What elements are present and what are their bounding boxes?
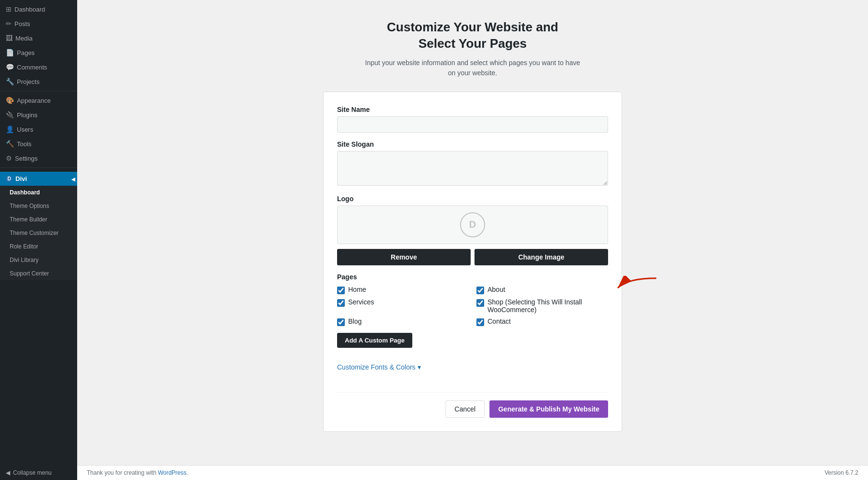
logo-label: Logo [337, 195, 608, 203]
site-slogan-group: Site Slogan [337, 140, 608, 187]
chevron-down-icon: ▾ [418, 363, 421, 371]
page-title: Customize Your Website and Select Your P… [387, 19, 558, 52]
logo-buttons: Remove Change Image [337, 249, 608, 265]
divi-submenu-role-editor[interactable]: Role Editor [0, 240, 77, 253]
divi-submenu-theme-options[interactable]: Theme Options [0, 199, 77, 213]
divi-section: D Divi ◀ Dashboard Theme Options Theme B… [0, 172, 77, 280]
sidebar-item-media[interactable]: 🖼 Media [0, 31, 77, 45]
plugins-icon: 🔌 [6, 111, 14, 119]
media-icon: 🖼 [6, 34, 13, 42]
sidebar-item-projects[interactable]: 🔧 Projects [0, 74, 77, 89]
divi-submenu-support-center[interactable]: Support Center [0, 267, 77, 280]
checkbox-blog[interactable] [337, 318, 345, 326]
page-checkbox-blog[interactable]: Blog [337, 317, 469, 326]
sidebar-item-pages[interactable]: 📄 Pages [0, 45, 77, 60]
logo-preview: D [337, 206, 608, 244]
logo-circle: D [460, 212, 485, 237]
divi-submenu-divi-library[interactable]: Divi Library [0, 253, 77, 267]
checkbox-shop[interactable] [476, 299, 484, 307]
main-content: Customize Your Website and Select Your P… [77, 0, 868, 480]
bottom-bar-left: Thank you for creating with WordPress. [87, 469, 188, 476]
checkbox-home[interactable] [337, 287, 345, 294]
page-checkbox-shop[interactable]: Shop (Selecting This Will Install WooCom… [476, 298, 608, 314]
divi-submenu-theme-builder[interactable]: Theme Builder [0, 213, 77, 226]
site-name-input[interactable] [337, 116, 608, 133]
wordpress-link[interactable]: WordPress. [158, 469, 188, 476]
pages-group: Pages Home About [337, 273, 608, 356]
page-checkbox-services[interactable]: Services [337, 298, 469, 314]
sidebar-item-comments[interactable]: 💬 Comments [0, 60, 77, 74]
card-footer: Cancel Generate & Publish My Website [337, 392, 608, 418]
page-checkbox-home[interactable]: Home [337, 286, 469, 294]
change-image-button[interactable]: Change Image [475, 249, 608, 265]
appearance-icon: 🎨 [6, 96, 14, 104]
comments-icon: 💬 [6, 63, 14, 71]
sidebar-separator-1 [0, 91, 77, 91]
divi-submenu: Dashboard Theme Options Theme Builder Th… [0, 186, 77, 280]
publish-button[interactable]: Generate & Publish My Website [489, 400, 608, 418]
chevron-right-icon: ◀ [71, 176, 75, 181]
checkbox-services[interactable] [337, 299, 345, 307]
site-slogan-input[interactable] [337, 151, 608, 186]
pages-icon: 📄 [6, 49, 14, 56]
cancel-button[interactable]: Cancel [446, 400, 485, 418]
logo-group: Logo D Remove Change Image [337, 195, 608, 265]
pages-section-label: Pages [337, 273, 608, 281]
sidebar-item-users[interactable]: 👤 Users [0, 122, 77, 137]
site-slogan-label: Site Slogan [337, 140, 608, 148]
posts-icon: ✏ [6, 20, 12, 27]
page-content-area: Customize Your Website and Select Your P… [77, 0, 868, 465]
page-subtitle: Input your website information and selec… [365, 58, 580, 78]
users-icon: 👤 [6, 125, 14, 133]
collapse-menu-btn[interactable]: ◀ Collapse menu [0, 466, 77, 480]
site-name-label: Site Name [337, 106, 608, 113]
sidebar: ⊞ Dashboard ✏ Posts 🖼 Media 📄 Pages 💬 Co… [0, 0, 77, 480]
divi-logo-icon: D [6, 176, 13, 182]
divi-submenu-dashboard[interactable]: Dashboard [0, 186, 77, 199]
pages-grid: Home About [337, 286, 608, 326]
settings-icon: ⚙ [6, 154, 12, 162]
divi-menu-item[interactable]: D Divi ◀ [0, 172, 77, 186]
sidebar-item-tools[interactable]: 🔨 Tools [0, 137, 77, 151]
divi-submenu-theme-customizer[interactable]: Theme Customizer [0, 226, 77, 240]
main-card: Site Name Site Slogan Logo D Remove [323, 92, 622, 432]
page-checkbox-about[interactable]: About [476, 286, 608, 294]
version-text: Version 6.7.2 [825, 469, 858, 476]
sidebar-item-appearance[interactable]: 🎨 Appearance [0, 93, 77, 108]
customize-fonts-section: Customize Fonts & Colors ▾ [337, 363, 608, 383]
tools-icon: 🔨 [6, 140, 14, 148]
dashboard-icon: ⊞ [6, 5, 12, 13]
collapse-icon: ◀ [6, 469, 10, 476]
sidebar-separator-2 [0, 167, 77, 168]
sidebar-item-settings[interactable]: ⚙ Settings [0, 151, 77, 165]
page-checkbox-contact[interactable]: Contact [476, 317, 608, 326]
sidebar-item-posts[interactable]: ✏ Posts [0, 16, 77, 31]
red-arrow-annotation [613, 275, 661, 301]
site-name-group: Site Name [337, 106, 608, 133]
bottom-bar: Thank you for creating with WordPress. V… [77, 465, 868, 480]
customize-fonts-link[interactable]: Customize Fonts & Colors ▾ [337, 363, 421, 371]
add-custom-page-button[interactable]: Add A Custom Page [337, 333, 412, 348]
checkbox-about[interactable] [476, 287, 484, 294]
sidebar-item-plugins[interactable]: 🔌 Plugins [0, 108, 77, 122]
sidebar-item-dashboard[interactable]: ⊞ Dashboard [0, 2, 77, 16]
remove-logo-button[interactable]: Remove [337, 249, 471, 265]
sidebar-top: ⊞ Dashboard ✏ Posts 🖼 Media 📄 Pages 💬 Co… [0, 0, 77, 172]
checkbox-contact[interactable] [476, 318, 484, 326]
projects-icon: 🔧 [6, 78, 14, 85]
